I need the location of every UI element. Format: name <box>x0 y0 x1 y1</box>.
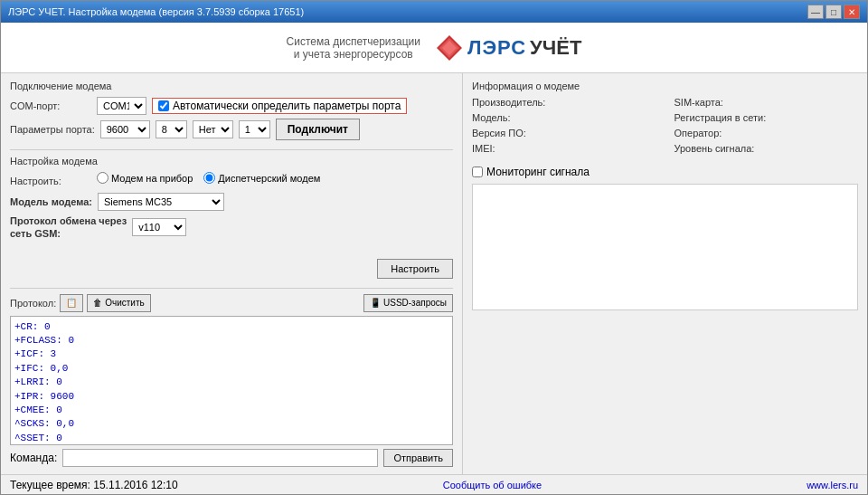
configure-row: Настроить: Модем на прибор Диспетчерский… <box>10 172 453 189</box>
connect-button[interactable]: Подключит <box>276 119 360 140</box>
logo-area: ЛЭРС УЧЁТ <box>435 33 581 62</box>
signal-row: Уровень сигнала: <box>675 143 859 154</box>
signal-label: Уровень сигнала: <box>675 143 756 154</box>
log-line: +CR: 0 <box>14 320 448 334</box>
signal-monitor-label: Мониторинг сигнала <box>486 166 590 178</box>
info-columns: Производитель: Модель: Версия ПО: IMEI: <box>472 97 858 158</box>
log-line: +FCLASS: 0 <box>14 334 448 347</box>
window-controls: — □ ✕ <box>807 5 860 19</box>
setup-button[interactable]: Настроить <box>377 259 453 279</box>
log-line: +ICF: 3 <box>14 347 448 361</box>
modem-setup-title: Настройка модема <box>10 156 453 167</box>
parity-select[interactable]: НетЧётностьНечётность <box>193 120 233 138</box>
clear-icon: 🗑 <box>93 298 102 308</box>
minimize-button[interactable]: — <box>807 5 824 19</box>
firmware-label: Версия ПО: <box>472 128 553 138</box>
protocol-label: Протокол: <box>10 298 56 309</box>
imei-row: IMEI: <box>472 143 656 154</box>
signal-monitor-row: Мониторинг сигнала <box>472 166 858 178</box>
connection-section-title: Подключение модема <box>10 81 453 91</box>
configure-radio-group: Модем на прибор Диспетчерский модем <box>97 172 320 184</box>
info-section-title: Информация о модеме <box>472 81 858 91</box>
info-col-left: Производитель: Модель: Версия ПО: IMEI: <box>472 97 656 158</box>
signal-chart <box>472 184 858 310</box>
maximize-button[interactable]: □ <box>826 5 842 19</box>
model-info-label: Модель: <box>472 112 553 123</box>
header-subtitle: Система диспетчеризации и учета энергоре… <box>287 35 420 61</box>
auto-detect-box: Автоматически определить параметры порта <box>152 98 407 114</box>
radio-device[interactable] <box>97 172 108 184</box>
radio-dispatch[interactable] <box>203 172 215 184</box>
gsm-protocol-select[interactable]: v110v120PPP <box>132 218 186 236</box>
network-label: Регистрация в сети: <box>675 112 767 123</box>
configure-label: Настроить: <box>10 176 91 186</box>
baud-select[interactable]: 96001920038400115200 <box>100 120 150 138</box>
logo-icon <box>435 33 464 62</box>
radio-dispatch-label[interactable]: Диспетчерский модем <box>203 172 320 184</box>
log-line: +IPR: 9600 <box>14 390 448 404</box>
manufacturer-row: Производитель: <box>472 97 656 108</box>
main-window: ЛЭРС УЧЕТ. Настройка модема (версия 3.7.… <box>0 0 868 495</box>
window-title: ЛЭРС УЧЕТ. Настройка модема (версия 3.7.… <box>8 6 304 17</box>
header-bar: Система диспетчеризации и учета энергоре… <box>1 23 867 73</box>
com-port-label: COM-порт: <box>10 100 91 111</box>
firmware-row: Версия ПО: <box>472 128 656 138</box>
send-button[interactable]: Отправить <box>383 449 453 467</box>
model-row: Модель модема: Siemens MC35Siemens TC35W… <box>10 193 453 211</box>
left-panel: Подключение модема COM-порт: COM1COM2COM… <box>1 73 462 474</box>
info-col-right: SIM-карта: Регистрация в сети: Оператор:… <box>675 97 859 158</box>
current-time: Текущее время: 15.11.2016 12:10 <box>10 479 178 491</box>
com-port-select[interactable]: COM1COM2COM3COM4 <box>97 97 146 115</box>
gsm-protocol-label: Протокол обмена черезсеть GSM: <box>10 214 127 241</box>
radio-device-label[interactable]: Модем на прибор <box>97 172 193 184</box>
network-row: Регистрация в сети: <box>675 112 859 123</box>
imei-label: IMEI: <box>472 143 553 154</box>
report-error-link[interactable]: Сообщить об ошибке <box>443 480 542 490</box>
command-label: Команда: <box>10 452 57 464</box>
copy-icon: 📋 <box>66 298 77 308</box>
protocol-toolbar: Протокол: 📋 🗑 Очистить 📱 USSD-запросы <box>10 294 453 312</box>
close-button[interactable]: ✕ <box>844 5 860 19</box>
operator-label: Оператор: <box>675 128 756 138</box>
ussd-button[interactable]: 📱 USSD-запросы <box>363 294 453 312</box>
manufacturer-label: Производитель: <box>472 97 553 108</box>
clear-button[interactable]: 🗑 Очистить <box>87 294 151 312</box>
log-area[interactable]: +CR: 0 +FCLASS: 0 +ICF: 3 +IFC: 0,0 +LRR… <box>10 316 453 445</box>
operator-row: Оператор: <box>675 128 859 138</box>
log-line: +IFC: 0,0 <box>14 362 448 376</box>
log-line: +LRRI: 0 <box>14 376 448 389</box>
ussd-icon: 📱 <box>370 298 381 308</box>
command-input[interactable] <box>62 449 378 467</box>
title-bar: ЛЭРС УЧЕТ. Настройка модема (версия 3.7.… <box>1 1 867 23</box>
model-label: Модель модема: <box>10 196 92 207</box>
main-content: Подключение модема COM-порт: COM1COM2COM… <box>1 73 867 474</box>
sim-row: SIM-карта: <box>675 97 859 108</box>
log-line: +CMEE: 0 <box>14 404 448 417</box>
command-row: Команда: Отправить <box>10 449 453 467</box>
com-port-row: COM-порт: COM1COM2COM3COM4 Автоматически… <box>10 97 453 115</box>
bits-select[interactable]: 87 <box>156 120 187 138</box>
status-bar: Текущее время: 15.11.2016 12:10 Сообщить… <box>1 474 867 494</box>
log-line: ^SSET: 0 <box>14 432 448 445</box>
model-info-row: Модель: <box>472 112 656 123</box>
auto-detect-label: Автоматически определить параметры порта <box>173 100 401 112</box>
port-params-row: Параметры порта: 96001920038400115200 87… <box>10 119 453 140</box>
website-link[interactable]: www.lers.ru <box>807 480 858 490</box>
model-select[interactable]: Siemens MC35Siemens TC35WavecomOther <box>98 193 224 211</box>
signal-monitor-checkbox[interactable] <box>472 167 483 177</box>
auto-detect-checkbox[interactable] <box>158 100 169 111</box>
logo-uchet: УЧЁТ <box>530 36 581 60</box>
copy-log-button[interactable]: 📋 <box>60 294 83 312</box>
stop-select[interactable]: 12 <box>239 120 270 138</box>
sim-label: SIM-карта: <box>675 97 756 108</box>
right-panel: Информация о модеме Производитель: Модел… <box>462 73 867 474</box>
gsm-protocol-row: Протокол обмена черезсеть GSM: v110v120P… <box>10 214 453 241</box>
logo-lers: ЛЭРС <box>467 36 526 60</box>
log-line: ^SCKS: 0,0 <box>14 417 448 431</box>
port-params-label: Параметры порта: <box>10 124 95 135</box>
